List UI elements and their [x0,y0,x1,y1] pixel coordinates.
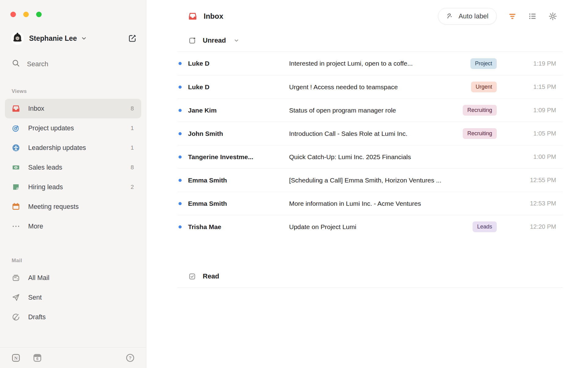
unread-count: 8 [130,164,134,171]
email-row[interactable]: John Smith Introduction Call - Sales Rol… [177,122,563,145]
page-title: Inbox [188,12,223,21]
mail-section-label: Mail [12,258,146,264]
calendar-icon [12,202,20,211]
sidebar-item-sent[interactable]: Sent [5,288,141,307]
profile-row[interactable]: Stephanie Lee [11,32,137,45]
zoom-window-button[interactable] [36,12,42,17]
email-sender: Luke D [188,60,289,67]
sidebar-item-sales-leads[interactable]: Sales leads 8 [5,158,141,177]
email-row[interactable]: Trisha Mae Update on Project Lumi Leads … [177,215,563,238]
sidebar-item-project-updates[interactable]: Project updates 1 [5,118,141,138]
sidebar-item-drafts[interactable]: Drafts [5,307,141,327]
email-time: 12:20 PM [513,223,556,230]
svg-text:N: N [14,355,17,360]
inbox-icon [188,12,197,21]
auto-label-button[interactable]: Auto label [438,8,497,25]
unread-count: 2 [130,184,134,190]
email-label-badge[interactable]: Recruiting [463,128,497,139]
settings-gear-icon[interactable] [548,12,557,21]
read-section-divider [177,287,563,288]
minimize-window-button[interactable] [23,12,29,17]
email-sender: Tangerine Investme... [188,153,289,161]
person-circle-icon [12,144,20,152]
unread-dot-icon [179,179,182,182]
views-section-label: Views [12,88,146,94]
email-row[interactable]: Emma Smith [Scheduling a Call] Emma Smit… [177,168,563,192]
unread-section-header[interactable]: Unread [188,34,588,47]
unread-count: 1 [130,144,134,151]
email-time: 1:15 PM [513,83,556,90]
help-icon[interactable]: ? [125,353,135,363]
sidebar-item-meeting-requests[interactable]: Meeting requests [5,197,141,217]
target-icon [12,124,20,132]
email-time: 12:55 PM [513,177,556,184]
list-view-icon[interactable] [528,12,537,21]
filter-icon[interactable] [508,12,517,21]
email-row[interactable]: Tangerine Investme... Quick Catch-Up: Lu… [177,145,563,168]
email-sender: Trisha Mae [188,223,289,231]
inbox-icon [12,104,20,113]
window-controls [10,12,146,17]
unread-dot-icon [179,62,182,65]
close-window-button[interactable] [10,12,16,17]
sidebar-item-label: More [28,223,43,230]
email-row[interactable]: Luke D Interested in project Lumi, open … [177,52,563,75]
sidebar-item-label: Sent [28,294,42,301]
unread-section-label: Unread [203,36,226,44]
email-subject: Status of open program manager role [289,107,457,114]
drafts-icon [12,313,20,321]
account-chevron-down-icon[interactable] [81,35,87,42]
email-sender: John Smith [188,130,289,137]
email-sender: Emma Smith [188,200,289,207]
email-subject: Urgent ! Access needed to teamspace [289,83,465,91]
sidebar-item-label: All Mail [28,274,49,282]
notion-app-icon[interactable]: N [11,353,21,363]
sidebar-item-label: Sales leads [28,164,62,171]
mail-app-window: Stephanie Lee Search Views [0,0,588,368]
main-panel: Inbox Auto label [146,0,588,368]
email-label-badge[interactable]: Leads [473,221,497,232]
svg-text:6: 6 [36,357,38,361]
send-icon [12,293,20,302]
email-subject: Introduction Call - Sales Role at Lumi I… [289,130,457,137]
avatar [11,32,24,45]
sidebar: Stephanie Lee Search Views [0,0,146,368]
calendar-app-icon[interactable]: 6 [32,353,42,363]
compose-icon[interactable] [128,34,137,43]
sidebar-item-label: Leadership updates [28,144,86,152]
email-sender: Luke D [188,83,289,91]
email-label-badge[interactable]: Urgent [471,82,497,92]
email-label-badge[interactable]: Project [470,58,497,69]
sidebar-item-leadership-updates[interactable]: Leadership updates 1 [5,138,141,158]
all-mail-icon [12,274,20,282]
header-actions: Auto label [438,8,557,25]
banknote-icon [12,163,20,172]
email-subject: Update on Project Lumi [289,223,466,231]
sidebar-item-all-mail[interactable]: All Mail [5,268,141,288]
email-row[interactable]: Emma Smith More information in Lumi Inc.… [177,192,563,215]
email-row[interactable]: Luke D Urgent ! Access needed to teamspa… [177,75,563,98]
email-time: 1:19 PM [513,60,556,67]
sidebar-item-label: Meeting requests [28,203,79,211]
read-section-header[interactable]: Read [188,270,588,282]
email-row[interactable]: Jane Kim Status of open program manager … [177,98,563,122]
sidebar-footer: N 6 ? [0,347,146,368]
sidebar-item-inbox[interactable]: Inbox 8 [5,99,141,118]
email-time: 12:53 PM [513,200,556,207]
sidebar-item-hiring-leads[interactable]: Hiring leads 2 [5,177,141,197]
ellipsis-icon [12,222,20,231]
sidebar-item-more[interactable]: More [5,217,141,236]
sidebar-item-label: Drafts [28,313,46,321]
email-sender: Jane Kim [188,107,289,114]
email-time: 1:09 PM [513,107,556,114]
search-button[interactable]: Search [12,59,135,69]
search-label: Search [27,60,48,68]
unread-chevron-down-icon[interactable] [233,37,240,44]
unread-dot-icon [179,109,182,112]
read-section-label: Read [203,272,219,280]
email-subject: [Scheduling a Call] Emma Smith, Horizon … [289,177,513,184]
search-icon [12,59,20,69]
sidebar-item-label: Hiring leads [28,183,63,191]
account-name: Stephanie Lee [29,34,77,43]
email-label-badge[interactable]: Recruiting [463,105,497,116]
